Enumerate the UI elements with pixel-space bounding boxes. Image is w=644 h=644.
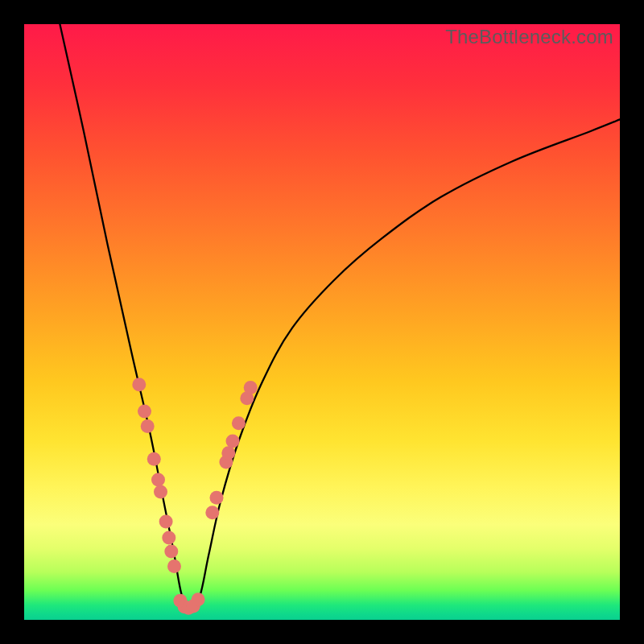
chart-frame: TheBottleneck.com [0,0,644,644]
bottleneck-curve [60,24,620,608]
data-dot [244,381,258,394]
data-dot [232,416,246,430]
data-dot [164,544,178,558]
data-dot [162,530,175,544]
data-dot [192,592,205,606]
data-dot [138,405,151,419]
data-dot [151,473,165,487]
sample-dots [132,378,257,615]
data-dot [205,506,219,519]
data-dot [154,485,167,498]
data-dot [141,419,155,433]
data-dot [147,452,161,466]
data-dot [159,514,173,528]
data-dot [132,378,146,391]
data-dot [226,435,240,448]
data-dot [167,559,181,573]
data-dot [221,446,235,460]
curve-layer [24,24,620,620]
plot-area: TheBottleneck.com [24,24,620,620]
data-dot [210,491,224,505]
